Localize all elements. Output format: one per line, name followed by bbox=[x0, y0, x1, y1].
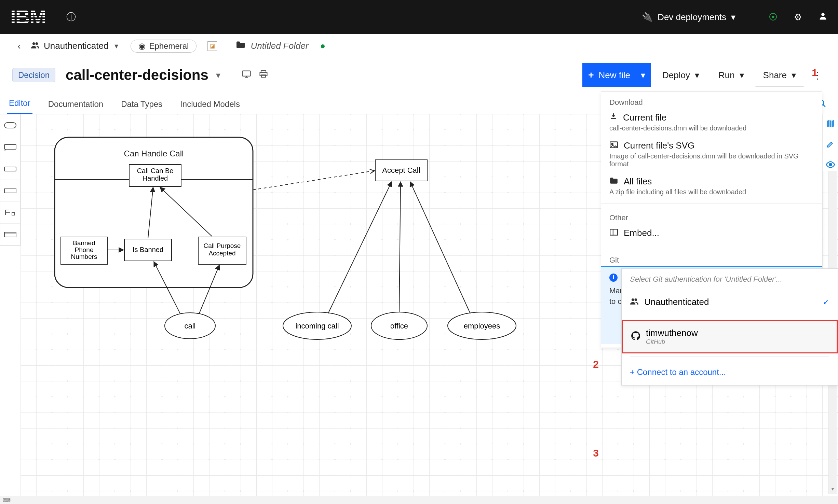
share-current-svg[interactable]: Current file's SVG Image of call-center-… bbox=[601, 136, 822, 172]
svg-text:Is Banned: Is Banned bbox=[133, 246, 163, 253]
share-all-files-title: All files bbox=[624, 176, 652, 187]
back-button[interactable]: ‹ bbox=[12, 41, 26, 52]
chevron-down-icon: ▾ bbox=[114, 42, 118, 51]
sync-ok-icon: ● bbox=[320, 41, 326, 51]
tab-data-types[interactable]: Data Types bbox=[119, 99, 164, 114]
desktop-icon[interactable] bbox=[242, 70, 251, 81]
scroll-down-icon[interactable]: ▾ bbox=[829, 486, 837, 494]
palette-bkm-node[interactable] bbox=[0, 180, 20, 202]
auth-state-chip[interactable]: Unauthenticated ▾ bbox=[31, 41, 118, 51]
svg-rect-11 bbox=[4, 189, 16, 193]
deploy-label: Deploy bbox=[662, 70, 690, 81]
toolbar: Decision call-center-decisions ▾ + New f… bbox=[0, 58, 838, 92]
svg-rect-9 bbox=[4, 144, 16, 149]
svg-text:Banned: Banned bbox=[73, 239, 95, 247]
download-icon bbox=[609, 112, 618, 123]
svg-point-2 bbox=[36, 42, 38, 45]
svg-text:Call Purpose: Call Purpose bbox=[204, 242, 241, 249]
clock-icon: ◉ bbox=[138, 41, 146, 51]
diagram-group-title: Can Handle Call bbox=[124, 149, 184, 158]
new-file-split-icon[interactable]: ▾ bbox=[635, 70, 645, 80]
svg-point-0 bbox=[821, 13, 824, 16]
other-section-label: Other bbox=[601, 207, 822, 224]
share-label: Share bbox=[763, 70, 787, 81]
share-current-file-sub: call-center-decisions.dmn will be downlo… bbox=[609, 124, 814, 132]
workspace-icon[interactable]: ◪ bbox=[207, 41, 217, 51]
share-current-svg-title: Current file's SVG bbox=[624, 140, 694, 151]
header-divider bbox=[752, 9, 752, 26]
status-bar: ⌨ bbox=[0, 496, 838, 504]
info-icon[interactable]: ⓘ bbox=[66, 11, 76, 24]
auth-option-github[interactable]: timwuthenow GitHub bbox=[622, 320, 838, 353]
run-label: Run bbox=[718, 70, 735, 81]
document-title[interactable]: call-center-decisions bbox=[66, 67, 208, 83]
map-icon[interactable] bbox=[826, 119, 835, 131]
tab-documentation[interactable]: Documentation bbox=[46, 99, 105, 114]
svg-text:incoming call: incoming call bbox=[295, 322, 339, 330]
plus-icon: + bbox=[588, 70, 594, 81]
edit-icon[interactable] bbox=[826, 140, 835, 151]
deploy-button[interactable]: Deploy ▾ bbox=[654, 64, 707, 86]
run-button[interactable]: Run ▾ bbox=[711, 64, 752, 86]
folder-icon bbox=[235, 41, 246, 51]
svg-text:Accepted: Accepted bbox=[208, 250, 235, 257]
new-file-button[interactable]: + New file ▾ bbox=[582, 63, 651, 87]
tab-editor[interactable]: Editor bbox=[7, 98, 32, 114]
svg-line-43 bbox=[253, 171, 375, 190]
broadcast-icon[interactable]: ⦿ bbox=[769, 12, 778, 23]
share-button[interactable]: Share ▾ bbox=[755, 64, 804, 86]
share-embed-label: Embed... bbox=[624, 228, 659, 238]
auth-options-dropdown: Select Git authentication for 'Untitled … bbox=[621, 268, 838, 386]
auth-option-github-provider: GitHub bbox=[646, 338, 698, 346]
palette-text-node[interactable] bbox=[0, 202, 20, 224]
image-icon bbox=[609, 140, 618, 151]
tab-included-models[interactable]: Included Models bbox=[178, 99, 242, 114]
svg-point-1 bbox=[32, 42, 35, 45]
share-all-files[interactable]: All files A zip file including all files… bbox=[601, 172, 822, 200]
palette-input-node[interactable] bbox=[0, 158, 20, 180]
palette-group-node[interactable] bbox=[0, 224, 20, 246]
auth-option-unauth-label: Unauthenticated bbox=[644, 297, 709, 307]
share-all-files-sub: A zip file including all files will be d… bbox=[609, 188, 814, 196]
settings-icon[interactable]: ⚙ bbox=[794, 12, 802, 23]
share-current-file[interactable]: Current file call-center-decisions.dmn w… bbox=[601, 108, 822, 136]
auth-dropdown-hint: Select Git authentication for 'Untitled … bbox=[622, 269, 838, 290]
share-embed[interactable]: Embed... bbox=[601, 224, 822, 242]
auth-connect-link[interactable]: + Connect to an account... bbox=[622, 359, 838, 385]
download-section-label: Download bbox=[601, 92, 822, 108]
user-icon[interactable] bbox=[818, 11, 828, 23]
new-file-label: New file bbox=[598, 70, 630, 81]
svg-text:Call Can Be: Call Can Be bbox=[137, 167, 174, 174]
svg-point-49 bbox=[612, 143, 613, 145]
svg-rect-13 bbox=[4, 232, 16, 237]
folder-name[interactable]: Untitled Folder bbox=[251, 41, 308, 51]
right-gutter bbox=[822, 114, 838, 171]
app-header: IBM ⓘ 🔌 Dev deployments ▾ ⦿ ⚙ bbox=[0, 0, 838, 34]
print-icon[interactable] bbox=[259, 70, 268, 81]
palette-decision-node[interactable] bbox=[0, 114, 20, 136]
git-section-label: Git bbox=[601, 250, 822, 266]
info-icon: i bbox=[609, 274, 618, 282]
plug-icon: 🔌 bbox=[642, 12, 653, 23]
ephemeral-pill[interactable]: ◉ Ephemeral bbox=[131, 40, 197, 53]
svg-rect-8 bbox=[4, 123, 16, 128]
svg-point-47 bbox=[829, 163, 832, 166]
svg-text:Phone: Phone bbox=[75, 246, 94, 253]
dev-deployments-dropdown[interactable]: 🔌 Dev deployments ▾ bbox=[642, 12, 735, 23]
title-dropdown-icon[interactable]: ▾ bbox=[216, 70, 220, 81]
auth-connect-label: Connect to an account... bbox=[637, 367, 726, 377]
users-icon bbox=[31, 41, 40, 51]
svg-rect-14 bbox=[55, 137, 253, 288]
eye-icon[interactable] bbox=[825, 160, 836, 171]
plus-icon: + bbox=[630, 367, 635, 377]
artifact-type-tag: Decision bbox=[12, 68, 55, 82]
svg-line-44 bbox=[328, 182, 392, 313]
svg-point-54 bbox=[635, 298, 637, 301]
svg-rect-50 bbox=[610, 229, 618, 235]
keyboard-icon[interactable]: ⌨ bbox=[3, 497, 11, 503]
svg-line-46 bbox=[410, 182, 470, 313]
folder-icon bbox=[609, 176, 618, 187]
svg-point-53 bbox=[632, 298, 634, 301]
palette-annotation-node[interactable] bbox=[0, 136, 20, 158]
auth-option-unauthenticated[interactable]: Unauthenticated ✓ bbox=[622, 290, 838, 314]
